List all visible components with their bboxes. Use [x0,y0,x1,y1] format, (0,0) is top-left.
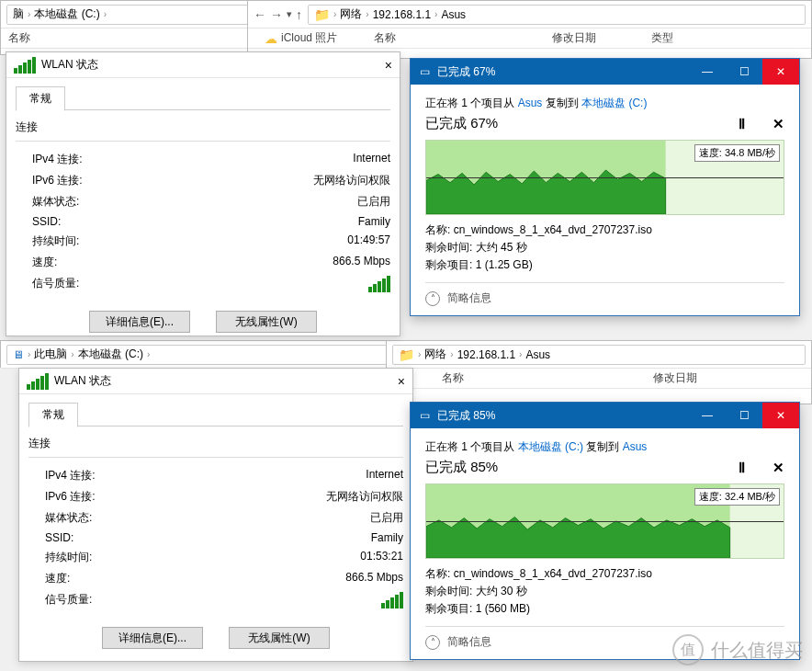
breadcrumb-bar: 🖥 › 此电脑 › 本地磁盘 (C:) › [1,341,394,369]
tabs: 常规 [16,85,390,110]
items-row: 剩余项目: 1 (1.25 GB) [425,257,784,273]
src-link[interactable]: 本地磁盘 (C:) [518,440,583,453]
copy-icon: ▭ [420,65,430,78]
chevron-right-icon: › [28,9,30,19]
media-value: 已启用 [357,194,390,210]
col-type[interactable]: 类型 [651,30,673,46]
tab-general[interactable]: 常规 [28,403,78,427]
speed-value: 866.5 Mbps [345,571,403,586]
crumb[interactable]: Asus [441,8,466,21]
maximize-button[interactable]: ☐ [726,59,762,85]
pc-icon: 🖥 [13,348,24,361]
back-icon[interactable]: ← [254,7,266,22]
maximize-button[interactable]: ☐ [726,403,762,428]
items-row: 剩余项目: 1 (560 MB) [425,601,784,617]
ipv4-label: IPv4 连接: [32,152,83,167]
nav-arrows: ← → ▾ ↑ [254,7,302,22]
col-name[interactable]: 名称 [442,370,653,386]
pause-button[interactable]: Ⅱ [739,460,745,476]
crumb[interactable]: 192.168.1.1 [457,348,515,361]
time-row: 剩余时间: 大约 30 秒 [425,584,784,599]
brief-toggle[interactable]: ˄简略信息 [425,282,784,306]
section-connection: 连接 [28,436,403,451]
media-value: 已启用 [370,510,403,526]
minimize-button[interactable]: — [689,403,726,428]
explorer-bottom-left: 🖥 › 此电脑 › 本地磁盘 (C:) › [0,340,395,368]
signal-bars-icon [381,592,403,608]
duration-label: 持续时间: [32,233,79,249]
pause-button[interactable]: Ⅱ [739,116,745,132]
speed-label: 速度: [45,571,70,586]
col-date[interactable]: 修改日期 [552,30,596,46]
wlan-status-window-2: WLAN 状态 × 常规 连接 IPv4 连接:Internet IPv6 连接… [18,368,413,662]
close-button[interactable]: × [385,58,392,73]
tab-general[interactable]: 常规 [16,86,65,111]
copy-dialog-2: ▭已完成 85% — ☐ ✕ 正在将 1 个项目从 本地磁盘 (C:) 复制到 … [410,402,800,660]
cancel-button[interactable]: ✕ [773,116,784,132]
wireless-properties-button[interactable]: 无线属性(W) [216,311,317,333]
brief-toggle[interactable]: ˄简略信息 [425,626,784,650]
folder-icon: 📁 [314,7,330,22]
ssid-label: SSID: [45,531,73,544]
close-button[interactable]: ✕ [762,59,799,85]
col-name[interactable]: 名称 [374,30,396,46]
chevron-up-icon: ˄ [425,635,440,650]
column-headers: 简 名称 修改日期 [387,369,811,389]
column-headers: 名称 [1,28,256,49]
crumb[interactable]: 本地磁盘 (C:) [78,347,143,362]
details-button[interactable]: 详细信息(E)... [89,311,190,333]
duration-value: 01:49:57 [347,233,390,249]
icloud-label[interactable]: iCloud 照片 [281,30,337,46]
copy-dialog-1: ▭已完成 67% — ☐ ✕ 正在将 1 个项目从 Asus 复制到 本地磁盘 … [410,58,800,316]
close-button[interactable]: ✕ [762,403,799,428]
section-connection: 连接 [16,119,390,135]
window-title: 已完成 85% [437,408,495,424]
explorer-bottom-right: 📁 › 网络 › 192.168.1.1 › Asus 简 名称 修改日期 [386,340,812,404]
speed-chart: 速度: 32.4 MB/秒 [425,483,784,559]
copy-icon: ▭ [420,409,430,422]
window-title: 已完成 67% [437,64,495,80]
chevron-down-icon[interactable]: ▾ [287,8,292,20]
crumb[interactable]: 网络 [424,347,446,362]
forward-icon[interactable]: → [270,7,283,22]
wlan-status-window-1: WLAN 状态 × 常规 连接 IPv4 连接:Internet IPv6 连接… [6,51,400,336]
signal-label: 信号质量: [32,276,79,295]
col-name[interactable]: 名称 [8,30,30,46]
breadcrumb[interactable]: 脑 › 本地磁盘 (C:) › [6,5,251,25]
chevron-right-icon: › [104,9,107,19]
minimize-button[interactable]: — [689,59,726,85]
signal-label: 信号质量: [45,592,92,611]
breadcrumb[interactable]: 🖥 › 此电脑 › 本地磁盘 (C:) › [6,345,389,365]
ipv6-value: 无网络访问权限 [313,173,390,188]
progress-text: 已完成 67% [425,115,498,132]
dst-link[interactable]: Asus [623,440,648,453]
crumb[interactable]: 脑 [13,6,24,22]
crumb[interactable]: 网络 [340,6,362,22]
name-row: 名称: cn_windows_8_1_x64_dvd_2707237.iso [425,566,784,582]
cancel-button[interactable]: ✕ [773,460,784,476]
ipv6-value: 无网络访问权限 [326,489,403,505]
speed-value: 866.5 Mbps [333,255,390,270]
duration-value: 01:53:21 [360,550,403,565]
src-link[interactable]: Asus [518,97,543,109]
ipv4-label: IPv4 连接: [45,468,96,483]
close-button[interactable]: × [398,374,405,389]
titlebar: WLAN 状态 × [19,369,412,394]
breadcrumb[interactable]: 📁 › 网络 › 192.168.1.1 › Asus [308,5,806,25]
titlebar: ▭已完成 67% — ☐ ✕ [411,59,799,85]
up-icon[interactable]: ↑ [296,7,302,22]
crumb[interactable]: Asus [525,348,550,361]
breadcrumb[interactable]: 📁 › 网络 › 192.168.1.1 › Asus [392,345,806,365]
chevron-up-icon: ˄ [425,291,440,306]
breadcrumb-bar: 脑 › 本地磁盘 (C:) › [1,1,256,28]
crumb[interactable]: 此电脑 [34,347,67,362]
titlebar: WLAN 状态 × [6,52,400,78]
details-button[interactable]: 详细信息(E)... [102,627,203,649]
wireless-properties-button[interactable]: 无线属性(W) [229,627,330,649]
duration-label: 持续时间: [45,550,92,565]
dst-link[interactable]: 本地磁盘 (C:) [581,97,647,109]
crumb[interactable]: 本地磁盘 (C:) [34,6,99,22]
explorer-top-left: 脑 › 本地磁盘 (C:) › 名称 [0,0,257,55]
col-date[interactable]: 修改日期 [653,370,697,386]
crumb[interactable]: 192.168.1.1 [373,8,431,21]
